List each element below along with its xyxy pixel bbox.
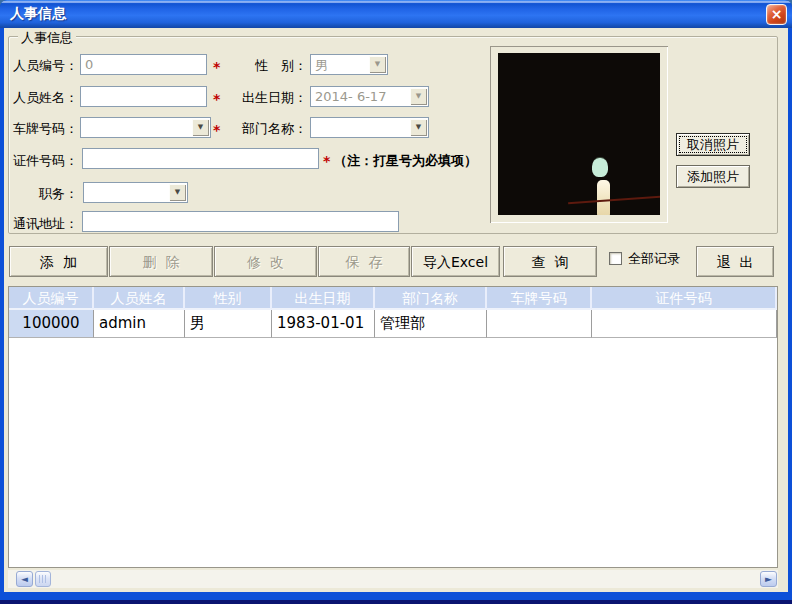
photo-frame: [490, 46, 668, 223]
gender-dropdown-button: ▼: [369, 56, 386, 73]
cancel-photo-button[interactable]: 取消照片: [676, 133, 750, 156]
col-header-dept: 部门名称: [375, 287, 487, 310]
cell-name: admin: [94, 310, 185, 338]
scroll-left-icon: ◄: [21, 574, 28, 584]
gender-label: 性 别：: [241, 57, 307, 75]
employee-photo: [498, 53, 660, 215]
scroll-right-icon: ►: [765, 574, 772, 584]
required-fields-note: （注：打星号为必填项）: [334, 152, 477, 170]
id-no-label: 证件号码：: [12, 152, 78, 170]
name-required-asterisk: *: [213, 91, 220, 107]
gender-value: 男: [315, 57, 328, 75]
photo-flame-shape: [597, 180, 610, 215]
save-button: 保 存: [318, 246, 410, 277]
id-no-required-asterisk: *: [323, 153, 330, 169]
gender-combobox: 男 ▼: [310, 54, 388, 75]
dept-label: 部门名称：: [241, 120, 307, 138]
modify-button: 修 改: [214, 246, 317, 277]
cell-emp-no: 100000: [9, 310, 94, 338]
delete-button: 删 除: [109, 246, 213, 277]
name-input[interactable]: [80, 86, 207, 107]
plate-label: 车牌号码：: [12, 120, 78, 138]
emp-no-label: 人员编号：: [12, 57, 78, 75]
emp-no-input: [80, 54, 207, 75]
chevron-down-icon: ▼: [369, 56, 386, 73]
chevron-down-icon: ▼: [410, 88, 427, 105]
personnel-table: 人员编号 人员姓名 性别 出生日期 部门名称 车牌号码 证件号码 100000 …: [8, 286, 778, 568]
job-dropdown-button[interactable]: ▼: [169, 184, 186, 201]
job-label: 职务：: [12, 185, 78, 203]
job-combobox[interactable]: ▼: [83, 182, 188, 203]
horizontal-scrollbar[interactable]: ◄ ►: [8, 570, 778, 588]
cell-birth: 1983-01-01: [272, 310, 375, 338]
groupbox-title: 人事信息: [18, 29, 76, 47]
cell-gender: 男: [185, 310, 272, 338]
address-label: 通讯地址：: [12, 215, 78, 233]
birth-date-label: 出生日期：: [241, 89, 307, 107]
cell-id-no: [592, 310, 777, 338]
scrollbar-thumb[interactable]: [35, 571, 51, 587]
plate-combobox[interactable]: ▼: [80, 117, 211, 138]
col-header-birth: 出生日期: [272, 287, 375, 310]
titlebar[interactable]: 人事信息 ×: [0, 0, 792, 28]
dept-combobox[interactable]: ▼: [310, 117, 429, 138]
birth-date-value: 2014- 6-17: [315, 89, 386, 104]
birth-date-picker: 2014- 6-17 ▼: [310, 86, 429, 107]
close-icon: ×: [771, 6, 783, 22]
scrollbar-grip-icon: [39, 575, 48, 583]
exit-button[interactable]: 退 出: [696, 246, 774, 277]
chevron-down-icon: ▼: [169, 184, 186, 201]
scroll-left-button[interactable]: ◄: [16, 571, 33, 587]
cell-plate: [487, 310, 592, 338]
personnel-info-window: 人事信息 × 人事信息 人员编号： * 性 别： 男 ▼ 人员姓名： * 出生日…: [0, 0, 792, 604]
id-no-input[interactable]: [82, 148, 319, 169]
add-button[interactable]: 添 加: [9, 246, 108, 277]
scroll-right-button[interactable]: ►: [760, 571, 777, 587]
cell-dept: 管理部: [375, 310, 487, 338]
name-label: 人员姓名：: [12, 89, 78, 107]
dept-dropdown-button[interactable]: ▼: [410, 119, 427, 136]
all-records-checkbox[interactable]: [609, 252, 622, 265]
emp-no-required-asterisk: *: [213, 59, 220, 75]
all-records-label[interactable]: 全部记录: [628, 250, 680, 268]
photo-streak-shape: [568, 196, 660, 205]
address-input[interactable]: [82, 211, 399, 232]
col-header-plate: 车牌号码: [487, 287, 592, 310]
table-row[interactable]: 100000 admin 男 1983-01-01 管理部: [9, 310, 777, 338]
query-button[interactable]: 查 询: [503, 246, 597, 277]
plate-dropdown-button[interactable]: ▼: [192, 119, 209, 136]
col-header-name: 人员姓名: [94, 287, 185, 310]
window-bottom-border: [0, 600, 792, 604]
window-title: 人事信息: [10, 5, 66, 23]
photo-rocket-shape: [592, 158, 608, 177]
import-excel-button[interactable]: 导入Excel: [411, 246, 500, 277]
table-header-row: 人员编号 人员姓名 性别 出生日期 部门名称 车牌号码 证件号码: [9, 287, 777, 310]
birth-dropdown-button: ▼: [410, 88, 427, 105]
col-header-id-no: 证件号码: [592, 287, 777, 310]
dialog-body: 人事信息 人员编号： * 性 别： 男 ▼ 人员姓名： * 出生日期： 2014…: [4, 28, 788, 592]
chevron-down-icon: ▼: [410, 119, 427, 136]
add-photo-button[interactable]: 添加照片: [676, 165, 750, 188]
plate-required-asterisk: *: [213, 122, 220, 138]
col-header-emp-no: 人员编号: [9, 287, 94, 310]
chevron-down-icon: ▼: [192, 119, 209, 136]
close-button[interactable]: ×: [766, 4, 787, 25]
col-header-gender: 性别: [185, 287, 272, 310]
